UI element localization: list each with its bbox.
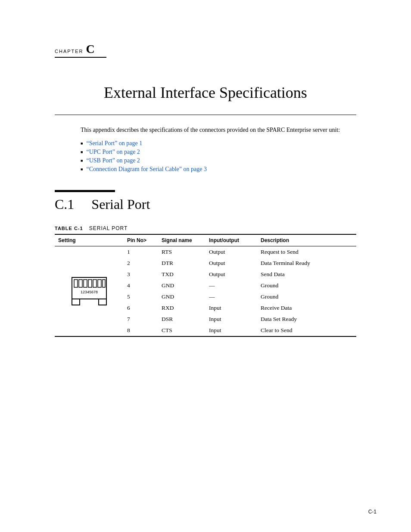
cell-pin: 8: [124, 325, 158, 336]
cell-io: —: [206, 280, 257, 291]
page-number: C-1: [368, 509, 377, 515]
toc-link-1[interactable]: “Serial Port” on page 1: [86, 140, 142, 147]
col-header-io: Input/output: [206, 234, 257, 246]
cell-signal: RXD: [158, 302, 206, 314]
intro-paragraph: This appendix describes the specificatio…: [81, 125, 356, 135]
serial-port-table: Setting Pin No> Signal name Input/output…: [55, 234, 356, 337]
svg-rect-4: [88, 280, 92, 287]
chapter-underline: [55, 57, 106, 58]
svg-rect-10: [99, 299, 106, 305]
svg-rect-1: [74, 280, 78, 287]
cell-io: Input: [206, 325, 257, 336]
cell-pin: 2: [124, 258, 158, 269]
cell-desc: Ground: [257, 291, 356, 302]
svg-text:12345678: 12345678: [81, 290, 98, 294]
section-number: C.1: [55, 196, 74, 212]
content-area: CHAPTER C External Interface Specificati…: [20, 0, 391, 371]
intro-section: This appendix describes the specificatio…: [81, 125, 356, 173]
col-header-pin: Pin No>: [124, 234, 158, 246]
toc-link-4[interactable]: “Connection Diagram for Serial Cable” on…: [86, 166, 207, 173]
toc-list: “Serial Port” on page 1 “UPC Port” on pa…: [81, 140, 356, 173]
svg-rect-7: [103, 280, 105, 287]
cell-io: Input: [206, 314, 257, 325]
toc-item-3: “USB Port” on page 2: [81, 157, 356, 164]
cell-signal: TXD: [158, 269, 206, 280]
chapter-label: CHAPTER C: [55, 43, 356, 55]
col-header-setting: Setting: [55, 234, 124, 246]
cell-pin: 7: [124, 314, 158, 325]
svg-rect-5: [93, 280, 97, 287]
table-header-row: Setting Pin No> Signal name Input/output…: [55, 234, 356, 246]
table-row: 12345678 1RTSOutputRequest to Send: [55, 246, 356, 258]
cell-io: Output: [206, 246, 257, 258]
toc-link-3[interactable]: “USB Port” on page 2: [86, 157, 140, 164]
cell-io: —: [206, 291, 257, 302]
cell-io: Input: [206, 302, 257, 314]
col-header-desc: Description: [257, 234, 356, 246]
svg-rect-2: [79, 280, 82, 287]
cell-signal: DSR: [158, 314, 206, 325]
connector-svg: 12345678: [70, 275, 109, 308]
section-heading: C.1 Serial Port: [55, 196, 356, 212]
cell-pin: 4: [124, 280, 158, 291]
svg-rect-9: [72, 299, 80, 305]
page-title: External Interface Specifications: [55, 84, 356, 102]
cell-desc: Receive Data: [257, 302, 356, 314]
cell-io: Output: [206, 269, 257, 280]
table-label-id: TABLE C-1: [55, 226, 83, 231]
cell-desc: Send Data: [257, 269, 356, 280]
cell-pin: 3: [124, 269, 158, 280]
cell-desc: Request to Send: [257, 246, 356, 258]
toc-link-2[interactable]: “UPC Port” on page 2: [86, 149, 140, 156]
cell-signal: GND: [158, 280, 206, 291]
cell-desc: Ground: [257, 280, 356, 291]
cell-desc: Clear to Send: [257, 325, 356, 336]
svg-rect-6: [98, 280, 101, 287]
cell-signal: DTR: [158, 258, 206, 269]
cell-desc: Data Terminal Ready: [257, 258, 356, 269]
connector-diagram: 12345678: [58, 272, 120, 311]
cell-setting: 12345678: [55, 246, 124, 337]
section-rule: [55, 190, 115, 192]
title-divider: [55, 115, 356, 115]
cell-pin: 6: [124, 302, 158, 314]
toc-item-2: “UPC Port” on page 2: [81, 149, 356, 156]
cell-signal: GND: [158, 291, 206, 302]
toc-item-4: “Connection Diagram for Serial Cable” on…: [81, 166, 356, 173]
cell-pin: 5: [124, 291, 158, 302]
cell-signal: CTS: [158, 325, 206, 336]
chapter-header: CHAPTER C: [55, 43, 356, 58]
table-label: TABLE C-1 Serial Port: [55, 225, 356, 231]
cell-pin: 1: [124, 246, 158, 258]
cell-signal: RTS: [158, 246, 206, 258]
cell-desc: Data Set Ready: [257, 314, 356, 325]
page: CHAPTER C External Interface Specificati…: [0, 0, 411, 532]
table-label-title: Serial Port: [89, 225, 128, 231]
chapter-letter: C: [86, 43, 96, 55]
section-title: Serial Port: [91, 196, 150, 212]
svg-rect-3: [84, 280, 87, 287]
chapter-text: CHAPTER: [55, 49, 84, 54]
toc-item-1: “Serial Port” on page 1: [81, 140, 356, 147]
cell-io: Output: [206, 258, 257, 269]
col-header-signal: Signal name: [158, 234, 206, 246]
